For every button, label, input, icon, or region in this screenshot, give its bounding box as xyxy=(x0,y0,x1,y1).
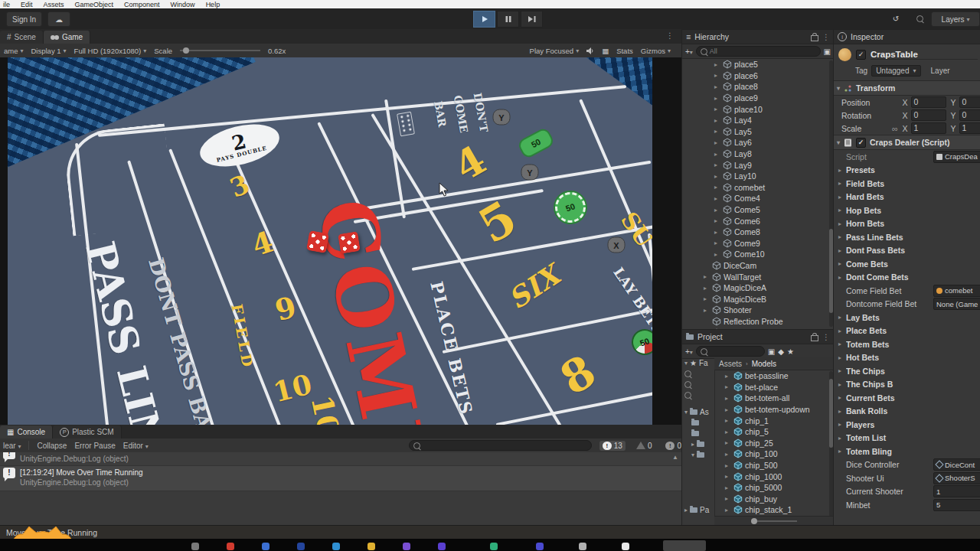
expand-arrow-icon[interactable]: ▸ xyxy=(725,373,731,380)
add-asset-button[interactable]: +▾ xyxy=(685,347,693,356)
taskbar-app-icon[interactable] xyxy=(490,543,498,550)
package-filter-icon[interactable]: ▣ xyxy=(768,347,775,356)
expand-arrow-icon[interactable]: ▸ xyxy=(714,95,720,102)
expand-arrow-icon[interactable]: ▸ xyxy=(725,495,731,502)
project-asset-item[interactable]: ▸ chip_500 xyxy=(714,460,834,471)
expand-arrow-icon[interactable]: ▸ xyxy=(714,139,720,146)
expand-arrow-icon[interactable]: ▸ xyxy=(725,451,731,458)
expand-arrow-icon[interactable]: ▸ xyxy=(714,240,720,246)
foldout-arrow-icon[interactable]: ▸ xyxy=(838,233,846,240)
play-focused-dropdown[interactable]: Play Focused▾ xyxy=(526,47,583,55)
taskbar-app-icon[interactable] xyxy=(227,543,234,550)
tag-dropdown[interactable]: Untagged▾ xyxy=(871,65,920,77)
foldout-arrow-icon[interactable]: ▸ xyxy=(838,220,846,227)
expand-arrow-icon[interactable]: ▸ xyxy=(714,195,720,202)
inspector-field[interactable]: ▸ Pass Line Bets xyxy=(834,230,980,244)
project-asset-item[interactable]: ▸ chip_100 xyxy=(714,448,834,460)
inspector-field[interactable]: ▸ Current Bets xyxy=(834,391,980,405)
inspector-field[interactable]: ▸ Totem Bling xyxy=(834,445,980,458)
project-asset-item[interactable]: ▸ chip_5000 xyxy=(714,482,834,494)
game-viewport[interactable]: 2 PAYS DOUBLE 3 4 9 FIELD 10 PASS LINE D… xyxy=(8,57,652,425)
breadcrumb-models[interactable]: Models xyxy=(752,360,776,368)
assets-folder-item[interactable]: ▾As xyxy=(682,406,714,417)
hierarchy-item[interactable]: ▸ Come6 xyxy=(682,215,834,227)
inspector-field[interactable]: ▸ The Chips xyxy=(834,364,980,378)
project-asset-item[interactable]: ▸ chip_1000 xyxy=(714,471,834,482)
hierarchy-item[interactable]: ▸ comebet xyxy=(682,182,834,194)
hierarchy-item[interactable]: ▸ Shooter xyxy=(682,305,834,316)
expand-arrow-icon[interactable]: ▸ xyxy=(725,417,731,424)
warning-count[interactable]: 0 xyxy=(633,441,655,451)
scale-slider[interactable] xyxy=(180,50,260,51)
asset-size-slider-thumb[interactable] xyxy=(751,518,757,524)
breadcrumb-assets[interactable]: Assets xyxy=(719,360,742,368)
hierarchy-item[interactable]: ▸ Reflection Probe xyxy=(682,316,834,328)
foldout-arrow-icon[interactable]: ▸ xyxy=(838,247,846,254)
foldout-arrow-icon[interactable]: ▸ xyxy=(838,194,846,201)
bet-badge[interactable]: X xyxy=(608,237,626,253)
expand-arrow-icon[interactable]: ▸ xyxy=(714,61,720,68)
favorites-filter-icon[interactable]: ★ xyxy=(787,347,794,356)
bet-chip[interactable]: 50 xyxy=(550,187,590,227)
subfolder-item[interactable] xyxy=(682,417,714,428)
project-asset-item[interactable]: ▸ bet-place xyxy=(714,382,834,393)
foldout-arrow-icon[interactable]: ▸ xyxy=(838,260,846,267)
field-value[interactable]: 5 xyxy=(933,499,980,511)
panel-menu-icon[interactable]: ⋮ xyxy=(666,31,674,40)
expand-arrow-icon[interactable]: ▸ xyxy=(714,128,720,135)
expand-arrow-icon[interactable]: ▸ xyxy=(714,207,720,214)
expand-arrow-icon[interactable]: ▸ xyxy=(714,173,720,180)
field-value[interactable]: CrapsDea xyxy=(933,151,980,163)
expand-arrow-icon[interactable]: ▸ xyxy=(725,383,731,390)
foldout-arrow-icon[interactable]: ▸ xyxy=(838,180,846,187)
bet-badge[interactable]: Y xyxy=(493,109,511,126)
foldout-arrow-icon[interactable]: ▸ xyxy=(838,408,846,415)
inspector-field[interactable]: ▸ Totem Bets xyxy=(834,337,980,351)
display-dropdown[interactable]: Display 1▾ xyxy=(28,47,70,55)
console-log-entry[interactable]: [12:19:24] Move Over Time Running UnityE… xyxy=(0,466,681,491)
sign-in-button[interactable]: Sign In xyxy=(6,11,42,27)
foldout-arrow-icon[interactable]: ▸ xyxy=(838,167,846,174)
favorites-item[interactable]: ▾★Fa xyxy=(682,357,714,368)
taskbar-app-icon[interactable] xyxy=(297,543,305,550)
hierarchy-search-input[interactable]: All xyxy=(696,46,821,57)
menu-item[interactable]: Edit xyxy=(21,1,33,8)
expand-arrow-icon[interactable]: ▸ xyxy=(714,251,720,258)
taskbar-app-icon[interactable] xyxy=(438,543,446,550)
search-icon[interactable] xyxy=(908,11,931,25)
stats-button[interactable]: Stats xyxy=(612,47,637,55)
asset-size-slider[interactable] xyxy=(751,520,797,522)
foldout-arrow-icon[interactable]: ▸ xyxy=(838,448,846,455)
project-asset-item[interactable]: ▸ bet-totem-all xyxy=(714,393,834,404)
field-value[interactable]: ShooterS xyxy=(933,472,980,484)
hierarchy-item[interactable]: ▸ place9 xyxy=(682,93,834,104)
script-section-header[interactable]: ▾ ✓ Craps Dealer (Script) xyxy=(834,135,980,150)
subfolder-item[interactable]: ▸ xyxy=(682,439,714,449)
subfolder-item[interactable]: ▾ xyxy=(682,449,714,460)
hierarchy-item[interactable]: ▸ Lay8 xyxy=(682,148,834,160)
inspector-field[interactable]: ▸ Bank Rolls xyxy=(834,405,980,419)
inspector-field[interactable]: ▸ The Chips B xyxy=(834,378,980,392)
inspector-field[interactable]: ▸ Hot Bets xyxy=(834,351,980,365)
inspector-field[interactable]: ▸ Hop Bets xyxy=(834,204,980,217)
inspector-field[interactable]: ▸ Minbet 5 xyxy=(834,498,980,512)
taskbar-app-icon[interactable] xyxy=(536,543,544,550)
inspector-field[interactable]: ▸ Come Field Bet comebet xyxy=(834,284,980,298)
inspector-field[interactable]: ▸ Come Bets xyxy=(834,257,980,271)
step-button[interactable] xyxy=(521,11,543,28)
transform-y-field[interactable]: 1 xyxy=(959,122,980,134)
expand-arrow-icon[interactable]: ▸ xyxy=(704,285,710,292)
hierarchy-item[interactable]: ▸ Come10 xyxy=(682,249,834,260)
inspector-field[interactable]: ▸ Lay Bets xyxy=(834,311,980,324)
inspector-field[interactable]: ▸ Script CrapsDea xyxy=(834,150,980,164)
taskbar-app-icon[interactable] xyxy=(191,543,199,550)
label-filter-icon[interactable]: ◆ xyxy=(778,347,784,356)
project-asset-item[interactable]: ▸ chip_stack_1 xyxy=(714,504,834,516)
gizmos-dropdown[interactable]: Gizmos▾ xyxy=(637,47,681,55)
inspector-field[interactable]: ▸ Dice Controller DiceCont xyxy=(834,458,980,472)
lock-icon[interactable] xyxy=(811,335,818,341)
bet-chip[interactable]: 50 xyxy=(516,126,555,160)
field-value[interactable]: DiceCont xyxy=(933,458,980,471)
taskbar-app-icon[interactable] xyxy=(403,543,410,550)
project-asset-item[interactable]: ▸ bet-passline xyxy=(714,370,834,382)
